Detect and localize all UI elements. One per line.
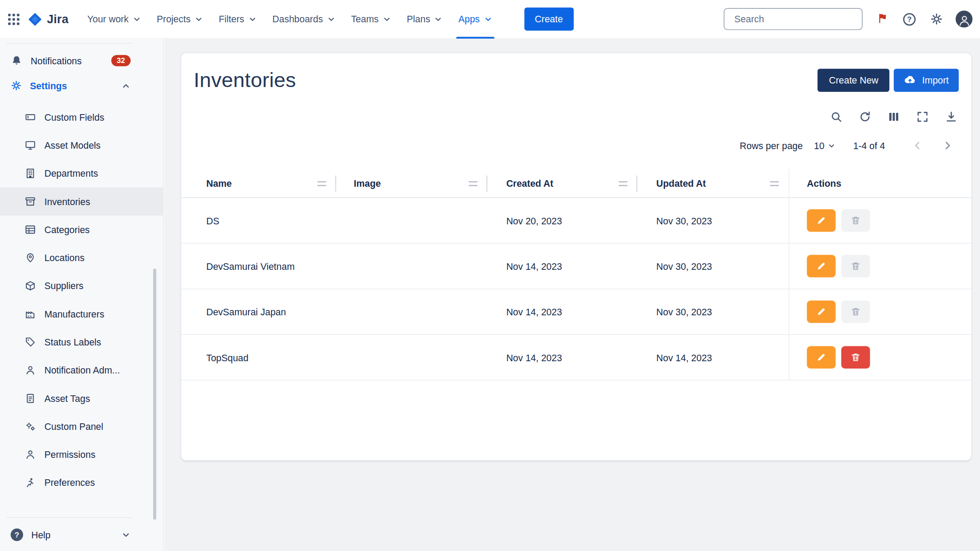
table-header-row: Name Image Created At [181, 169, 971, 198]
chevron-up-icon [121, 81, 130, 90]
chevron-down-icon [327, 15, 336, 24]
sidebar-item-settings[interactable]: Settings [0, 73, 163, 98]
cell-updated-at: Nov 30, 2023 [637, 198, 789, 243]
edit-button[interactable] [807, 209, 836, 232]
delete-button[interactable] [841, 346, 870, 368]
sidebar-item-help[interactable]: ? Help [0, 522, 163, 547]
settings-gear-icon[interactable] [930, 13, 943, 26]
view-columns-icon[interactable] [888, 111, 900, 123]
inventories-card: Inventories Create New Import Rows per p… [181, 53, 971, 460]
help-icon[interactable]: ? [903, 13, 916, 25]
jira-logo[interactable]: Jira [28, 11, 69, 26]
topbar-right-cluster: ? [724, 8, 973, 30]
edit-button[interactable] [807, 346, 836, 368]
pencil-icon [816, 216, 826, 226]
package-icon [25, 280, 35, 291]
sidebar-item-departments[interactable]: Departments [0, 159, 163, 187]
fullscreen-icon[interactable] [916, 111, 929, 123]
next-page-button[interactable] [940, 138, 955, 153]
announcement-flag-icon[interactable] [877, 13, 889, 25]
create-button[interactable]: Create [524, 7, 574, 31]
jira-mark-icon [28, 11, 42, 26]
sidebar-item-asset-tags[interactable]: Asset Tags [0, 384, 163, 412]
chevron-down-icon [248, 15, 257, 24]
nav-teams[interactable]: Teams [351, 0, 391, 38]
table-row: DevSamurai Japan Nov 14, 2023 Nov 30, 20… [181, 289, 971, 335]
table-row: TopSquad Nov 14, 2023 Nov 14, 2023 [181, 335, 971, 380]
cell-actions [789, 335, 971, 380]
chevron-down-icon [382, 15, 391, 24]
column-resize-handle[interactable] [318, 181, 326, 186]
chevron-right-icon [941, 139, 954, 152]
app-window: Jira Your work Projects Filters Dashboar… [0, 0, 980, 551]
settings-sidebar: Notifications 32 Settings Custom Fields … [0, 39, 164, 551]
table-icon [25, 224, 35, 235]
cloud-upload-icon [904, 74, 917, 87]
person-icon [957, 14, 971, 27]
cell-image [336, 244, 488, 289]
sidebar-scrollbar[interactable] [153, 269, 156, 520]
delete-button [841, 209, 870, 232]
map-pin-icon [25, 252, 35, 263]
edit-button[interactable] [807, 300, 836, 323]
user-avatar[interactable] [956, 10, 973, 28]
chevron-down-icon [483, 15, 492, 24]
cell-actions [789, 289, 971, 334]
cell-name: DS [181, 198, 336, 243]
sidebar-item-status-labels[interactable]: Status Labels [0, 328, 163, 356]
download-icon[interactable] [945, 111, 958, 123]
rows-per-page-select[interactable]: 10 [814, 140, 836, 151]
cell-image [336, 289, 488, 334]
sidebar-item-categories[interactable]: Categories [0, 216, 163, 244]
gear-icon [10, 80, 22, 91]
edit-button[interactable] [807, 255, 836, 277]
search-input[interactable] [735, 14, 859, 24]
sidebar-item-preferences[interactable]: Preferences [0, 468, 163, 496]
sidebar-item-manufacturers[interactable]: Manufacturers [0, 300, 163, 328]
sidebar-item-notification-admin[interactable]: Notification Adm... [0, 356, 163, 384]
settings-submenu: Custom Fields Asset Models Departments I… [0, 103, 163, 497]
import-button[interactable]: Import [894, 68, 959, 91]
nav-projects[interactable]: Projects [157, 0, 203, 38]
refresh-icon[interactable] [859, 111, 872, 123]
column-resize-handle[interactable] [619, 181, 627, 186]
cell-image [336, 335, 488, 380]
input-field-icon [25, 112, 35, 122]
sidebar-item-notifications[interactable]: Notifications 32 [0, 48, 163, 73]
column-header-updated-at: Updated At [637, 169, 789, 197]
pencil-icon [816, 261, 826, 271]
sidebar-item-inventories[interactable]: Inventories [0, 188, 163, 216]
sidebar-item-asset-models[interactable]: Asset Models [0, 131, 163, 159]
nav-filters[interactable]: Filters [219, 0, 257, 38]
global-search[interactable] [724, 8, 862, 30]
column-resize-handle[interactable] [770, 181, 779, 186]
column-resize-handle[interactable] [469, 181, 477, 186]
sidebar-item-custom-fields[interactable]: Custom Fields [0, 103, 163, 131]
app-switcher-icon[interactable] [3, 8, 25, 30]
trash-icon [850, 216, 861, 226]
chevron-left-icon [911, 139, 924, 152]
sidebar-item-permissions[interactable]: Permissions [0, 440, 163, 468]
table-row: DS Nov 20, 2023 Nov 30, 2023 [181, 198, 971, 244]
cell-actions [789, 198, 971, 243]
nav-apps[interactable]: Apps [458, 0, 492, 38]
sidebar-item-custom-panel[interactable]: Custom Panel [0, 412, 163, 440]
nav-your-work[interactable]: Your work [87, 0, 141, 38]
nav-plans[interactable]: Plans [407, 0, 443, 38]
sidebar-footer: ? Help [0, 513, 163, 551]
chevron-down-icon [121, 530, 130, 539]
nav-dashboards[interactable]: Dashboards [273, 0, 336, 38]
delete-button [841, 300, 870, 323]
factory-icon [25, 309, 35, 319]
divider [6, 43, 132, 44]
cell-actions [789, 244, 971, 289]
tag-icon [25, 337, 35, 347]
column-header-created-at: Created At [487, 169, 637, 197]
sidebar-item-suppliers[interactable]: Suppliers [0, 272, 163, 300]
create-new-button[interactable]: Create New [818, 68, 890, 91]
pagination-range-label: 1-4 of 4 [853, 140, 885, 151]
sidebar-item-locations[interactable]: Locations [0, 244, 163, 272]
search-icon[interactable] [830, 111, 843, 123]
cell-updated-at: Nov 30, 2023 [637, 289, 789, 334]
column-header-actions: Actions [789, 169, 971, 197]
